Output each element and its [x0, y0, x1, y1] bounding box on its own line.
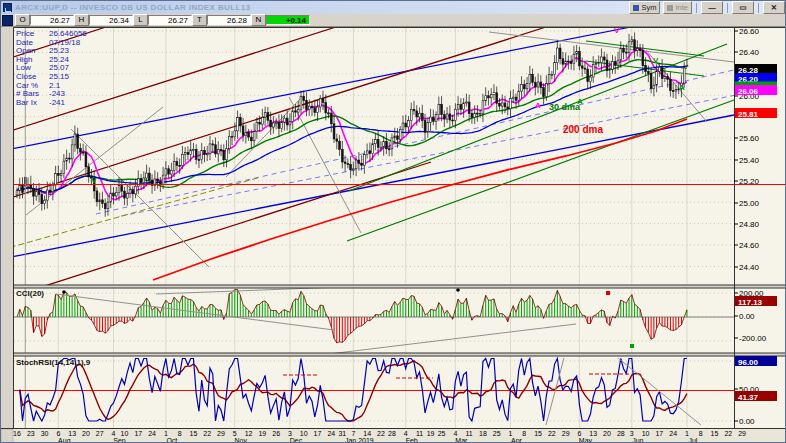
- price-axis-label: 25.60: [739, 134, 760, 143]
- month-label: Mar: [455, 437, 468, 443]
- cci-marker-square: [606, 291, 610, 295]
- date-tick: 22: [548, 430, 556, 437]
- price-chart[interactable]: VVVAAA30 dma200 dma26.6026.4026.0025.602…: [1, 1, 786, 443]
- date-tick: 10: [121, 430, 129, 437]
- cci-axis-label: 0.00: [739, 312, 755, 321]
- date-tick: 10: [642, 430, 650, 437]
- date-tick: 5: [233, 430, 237, 437]
- date-tick: 17: [314, 430, 322, 437]
- date-tick: 18: [479, 430, 487, 437]
- date-tick: 12: [245, 430, 253, 437]
- date-tick: 24: [669, 430, 677, 437]
- date-tick: 8: [178, 430, 182, 437]
- month-label: Apr: [511, 437, 523, 443]
- data-window: Price26.646056Date07/19/18Open25.23High2…: [16, 30, 87, 107]
- date-tick: 29: [562, 430, 570, 437]
- date-tick: 24: [327, 430, 335, 437]
- stoch-axis-highlight: 96.00: [738, 358, 759, 367]
- month-label: Feb: [406, 437, 418, 443]
- date-tick: 29: [217, 430, 225, 437]
- date-tick: 7: [351, 430, 355, 437]
- cci-marker-dot: [456, 288, 460, 292]
- annotation-30-dma: 30 dma: [549, 102, 581, 112]
- date-tick: 10: [300, 430, 308, 437]
- date-tick: 16: [13, 430, 21, 437]
- month-label: Oct: [166, 437, 177, 443]
- price-axis-label: 24.80: [739, 220, 760, 229]
- date-tick: 30: [41, 430, 49, 437]
- cci-axis-highlight: 117.13: [738, 298, 763, 307]
- price-axis-label: 26.40: [739, 48, 760, 57]
- date-tick: 28: [388, 430, 396, 437]
- date-tick: 28: [617, 430, 625, 437]
- month-label: May: [579, 437, 593, 443]
- month-label: Nov: [235, 437, 248, 443]
- date-tick: 11: [416, 430, 423, 437]
- date-tick: 11: [466, 430, 473, 437]
- date-tick: 20: [82, 430, 90, 437]
- date-tick: 15: [711, 430, 719, 437]
- date-tick: 13: [68, 430, 76, 437]
- date-tick: 26: [272, 430, 280, 437]
- cci-marker-dot: [62, 290, 66, 294]
- month-label: Aug: [58, 437, 71, 443]
- date-tick: 22: [377, 430, 385, 437]
- date-tick: 17: [134, 430, 142, 437]
- date-tick: 6: [577, 430, 581, 437]
- month-label: Jul: [688, 437, 697, 443]
- date-axis-corner: [1, 429, 13, 443]
- annotation-V: V: [653, 56, 659, 65]
- date-tick: 1: [685, 430, 689, 437]
- stoch-panel-label: StochRSI(14,14,1),9: [16, 358, 90, 367]
- annotation-A: A: [535, 101, 541, 110]
- month-label: Jun: [632, 437, 643, 443]
- month-label: Dec: [290, 437, 303, 443]
- date-tick: 15: [534, 430, 542, 437]
- date-tick: 20: [603, 430, 611, 437]
- annotation-V: V: [91, 176, 97, 185]
- price-axis-label: 24.60: [739, 241, 760, 250]
- cci-axis-label: -200.00: [739, 334, 767, 343]
- cci-panel-label: CCI(20): [16, 289, 44, 298]
- annotation-A: A: [679, 83, 685, 92]
- price-axis-highlight: 25.81: [738, 110, 759, 119]
- price-axis-label: 25.00: [739, 199, 760, 208]
- date-tick: 29: [738, 430, 746, 437]
- date-tick: 24: [148, 430, 156, 437]
- date-tick: 31: [338, 430, 346, 437]
- date-tick: 14: [363, 430, 371, 437]
- date-tick: 13: [589, 430, 597, 437]
- date-tick: 17: [655, 430, 663, 437]
- price-axis-label: 25.40: [739, 156, 760, 165]
- date-tick: 22: [724, 430, 732, 437]
- date-tick: 19: [258, 430, 266, 437]
- annotation-200-dma: 200 dma: [563, 124, 603, 135]
- price-axis-label: 26.60: [739, 27, 760, 36]
- date-tick: 25: [438, 430, 446, 437]
- date-tick: 4: [404, 430, 408, 437]
- date-tick: 15: [190, 430, 198, 437]
- date-tick: 8: [522, 430, 526, 437]
- price-axis-label: 24.40: [739, 263, 760, 272]
- date-tick: 19: [427, 430, 435, 437]
- month-label: Jan 2019: [345, 437, 374, 443]
- date-tick: 6: [56, 430, 60, 437]
- stoch-axis-highlight: 41.37: [738, 393, 759, 402]
- date-tick: 8: [699, 430, 703, 437]
- app-window: ARCX:UUP,D -- INVESCO DB US DOLLAR INDEX…: [0, 0, 786, 443]
- date-tick: 22: [203, 430, 211, 437]
- date-tick: 4: [112, 430, 116, 437]
- date-tick: 3: [288, 430, 292, 437]
- date-tick: 27: [96, 430, 104, 437]
- stoch-axis-label: 0.00: [739, 417, 755, 426]
- date-tick: 4: [453, 430, 457, 437]
- month-label: Sep: [113, 437, 126, 443]
- date-tick: 1: [509, 430, 513, 437]
- date-tick: 25: [493, 430, 501, 437]
- date-tick: 3: [630, 430, 634, 437]
- price-axis-highlight: 26.06: [738, 87, 759, 96]
- left-gutter: [1, 27, 13, 443]
- cci-marker-square: [630, 344, 634, 348]
- date-tick: 1: [164, 430, 168, 437]
- data-window-row: Bar Ix-241: [16, 99, 87, 108]
